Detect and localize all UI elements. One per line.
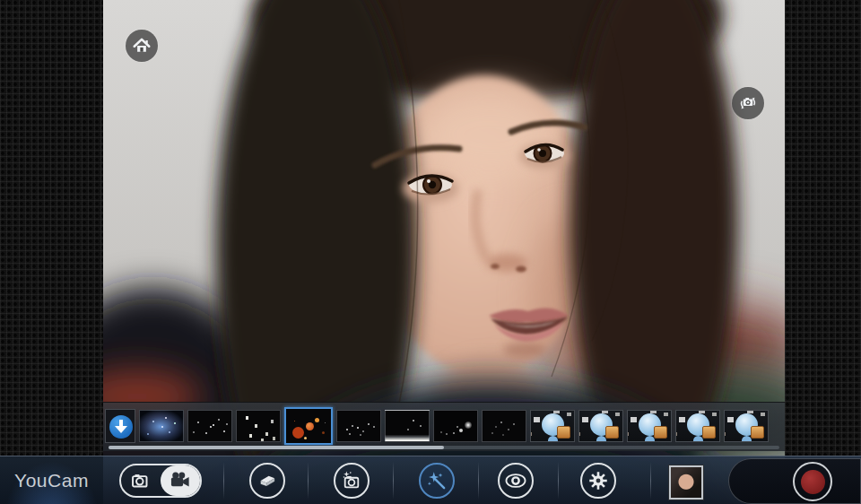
gift-effect-art bbox=[687, 413, 709, 436]
effect-snow-drift[interactable] bbox=[385, 410, 430, 442]
home-icon bbox=[131, 35, 152, 56]
effect-party-figure-3[interactable] bbox=[627, 410, 672, 442]
effect-orange-bokeh[interactable] bbox=[284, 407, 333, 445]
record-area bbox=[728, 458, 861, 504]
toolbar-separator bbox=[223, 462, 224, 500]
magic-wand-icon bbox=[425, 469, 448, 492]
camera-sparkle-icon bbox=[340, 469, 363, 492]
bokeh-effect-art bbox=[306, 422, 314, 430]
effect-blue-nebula[interactable] bbox=[139, 410, 184, 442]
get-more-effects[interactable] bbox=[105, 409, 135, 443]
gift-effect-art bbox=[735, 413, 758, 436]
filmstrip-scrollbar[interactable] bbox=[109, 446, 779, 449]
eraser-icon bbox=[256, 469, 279, 492]
toolbar-separator bbox=[393, 462, 394, 500]
nebula-effect-art bbox=[161, 426, 163, 428]
snapshot-enhance-button[interactable] bbox=[334, 463, 370, 499]
effects-thumbnail-list bbox=[105, 407, 769, 445]
record-icon bbox=[801, 470, 825, 494]
capture-mode-toggle[interactable] bbox=[119, 464, 202, 498]
gift-effect-art bbox=[639, 413, 661, 436]
download-effect-art bbox=[109, 415, 133, 439]
sparks-effect-art bbox=[210, 426, 212, 428]
gift-effect-art bbox=[590, 413, 613, 436]
record-button[interactable] bbox=[793, 462, 832, 501]
effect-party-figure-1[interactable] bbox=[530, 410, 575, 442]
switch-camera-button[interactable] bbox=[732, 87, 764, 119]
video-camera-icon bbox=[168, 468, 193, 493]
effect-spark-scatter[interactable] bbox=[336, 410, 381, 442]
switch-camera-icon bbox=[737, 92, 759, 114]
effect-comet-trail[interactable] bbox=[433, 410, 478, 442]
effect-falling-confetti[interactable] bbox=[236, 410, 281, 442]
toolbar-separator bbox=[478, 462, 479, 500]
app-brand-label: YouCam bbox=[14, 470, 89, 491]
effects-button[interactable] bbox=[419, 463, 455, 499]
comet-effect-art bbox=[465, 421, 472, 429]
brand-zone: YouCam bbox=[0, 456, 103, 504]
effect-faint-dust[interactable] bbox=[482, 410, 526, 442]
snowdrift-effect-art bbox=[413, 420, 414, 421]
dust-effect-art bbox=[500, 421, 502, 423]
preview-button[interactable] bbox=[498, 463, 534, 499]
filmstrip-scrollbar-thumb[interactable] bbox=[109, 446, 444, 449]
confetti-effect-art bbox=[246, 416, 248, 420]
effect-white-sparks[interactable] bbox=[187, 410, 232, 442]
toolbar-separator bbox=[558, 462, 559, 500]
scatter-effect-art bbox=[346, 429, 348, 430]
photo-mode-option[interactable] bbox=[121, 465, 161, 496]
gear-icon bbox=[587, 469, 610, 492]
effect-party-figure-5[interactable] bbox=[724, 410, 769, 442]
effect-party-figure-2[interactable] bbox=[578, 410, 623, 442]
eraser-button[interactable] bbox=[249, 463, 285, 499]
gift-effect-art bbox=[542, 413, 564, 436]
video-mode-option[interactable] bbox=[161, 465, 200, 496]
last-capture-thumbnail[interactable] bbox=[669, 465, 703, 500]
effect-party-figure-4[interactable] bbox=[675, 410, 720, 442]
settings-button[interactable] bbox=[580, 463, 616, 499]
home-button[interactable] bbox=[126, 30, 158, 62]
photo-camera-icon bbox=[129, 469, 152, 492]
toolbar-separator bbox=[308, 462, 309, 500]
eye-icon bbox=[504, 469, 527, 492]
toolbar-separator bbox=[650, 462, 651, 500]
effects-filmstrip bbox=[103, 402, 785, 451]
app-window: YouCam bbox=[0, 0, 861, 504]
